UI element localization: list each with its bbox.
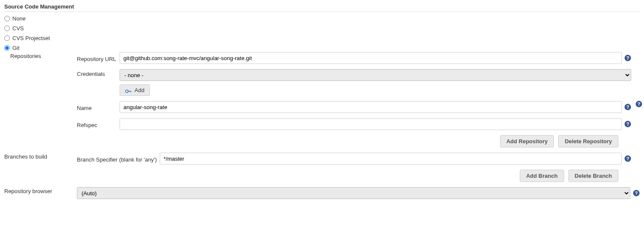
svg-text:?: ? — [626, 55, 629, 61]
branches-to-build-label: Branches to build — [4, 153, 77, 160]
name-input[interactable] — [120, 101, 622, 113]
branch-specifier-input[interactable] — [160, 153, 622, 165]
key-icon — [125, 88, 132, 92]
help-icon[interactable]: ? — [633, 190, 640, 197]
svg-text:?: ? — [638, 101, 641, 107]
delete-branch-button[interactable]: Delete Branch — [568, 170, 618, 182]
svg-text:?: ? — [635, 191, 638, 196]
svg-text:?: ? — [626, 104, 629, 110]
svg-text:?: ? — [626, 156, 629, 161]
repo-url-input[interactable] — [120, 52, 622, 64]
section-title: Source Code Management — [4, 3, 640, 10]
scm-radio-cvs[interactable] — [4, 26, 10, 31]
scm-label-cvs: CVS — [12, 25, 24, 32]
add-repository-button[interactable]: Add Repository — [500, 135, 554, 147]
refspec-label: Refspec — [77, 120, 120, 128]
svg-text:?: ? — [626, 121, 629, 127]
scm-label-cvs-projectset: CVS Projectset — [12, 35, 50, 41]
svg-rect-4 — [131, 91, 132, 92]
add-credentials-label: Add — [135, 87, 144, 93]
scm-radio-git[interactable] — [4, 45, 10, 51]
add-credentials-button[interactable]: Add — [120, 84, 150, 96]
svg-rect-5 — [129, 91, 130, 92]
repository-browser-label: Repository browser — [4, 187, 77, 194]
scm-radio-cvs-projectset[interactable] — [4, 35, 10, 41]
scm-label-none: None — [12, 15, 26, 22]
repository-browser-select[interactable]: (Auto) — [77, 187, 630, 199]
name-label: Name — [77, 103, 120, 111]
scm-radio-none[interactable] — [4, 16, 10, 21]
scm-label-git: Git — [12, 45, 20, 51]
help-icon[interactable]: ? — [635, 101, 642, 107]
help-icon[interactable]: ? — [624, 104, 631, 110]
add-branch-button[interactable]: Add Branch — [520, 170, 564, 182]
refspec-input[interactable] — [120, 118, 622, 130]
help-icon[interactable]: ? — [624, 55, 631, 61]
credentials-select[interactable]: - none - — [120, 69, 631, 81]
section-divider — [4, 12, 640, 12]
credentials-label: Credentials — [77, 69, 120, 77]
repo-url-label: Repository URL — [77, 54, 120, 62]
branch-specifier-label: Branch Specifier (blank for 'any') — [77, 155, 160, 163]
help-icon[interactable]: ? — [624, 121, 631, 127]
repositories-label: Repositories — [4, 52, 77, 59]
svg-point-2 — [126, 90, 128, 92]
delete-repository-button[interactable]: Delete Repository — [558, 135, 618, 147]
help-icon[interactable]: ? — [624, 155, 631, 162]
